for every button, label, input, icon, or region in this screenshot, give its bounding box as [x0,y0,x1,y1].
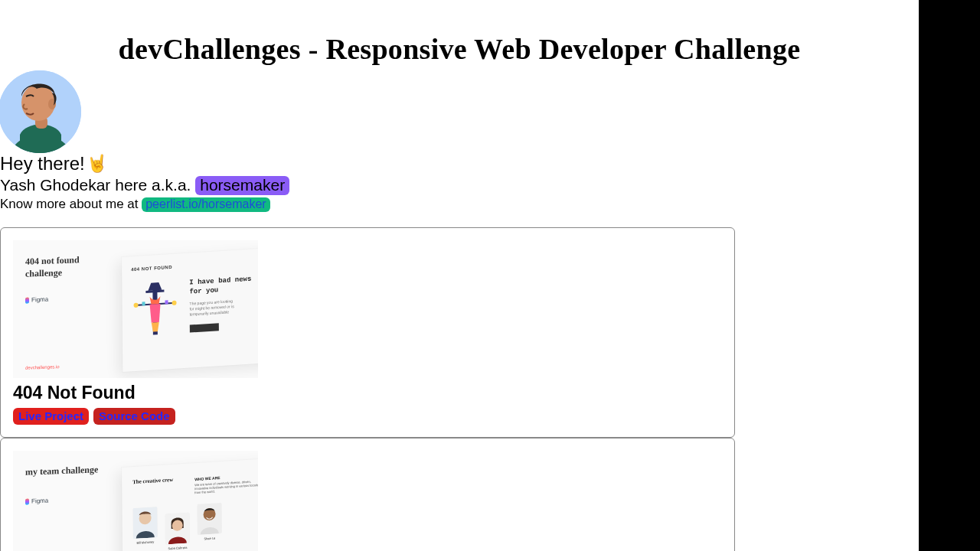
preview-heading: 404 NOT FOUND [131,259,258,272]
greeting-text: Hey there! [0,153,85,174]
portrait-name: Saba Cabrera [165,545,190,550]
svg-point-8 [172,301,177,305]
figma-label: Figma [25,495,100,504]
horns-emoji: 🤘 [87,154,107,174]
source-code-link[interactable]: Source Code [93,408,175,425]
avatar [0,70,81,153]
project-thumbnail: my team challenge Figma devchallenges.io… [13,451,258,551]
figma-icon [25,498,29,504]
portrait-name: Bill Mahoney [133,540,158,545]
team-person: Shae Le [197,503,222,549]
know-line: Know more about me at peerlist.io/horsem… [0,197,919,212]
svg-point-7 [134,303,139,308]
preview-heading: The creative crew [132,477,173,499]
page-title: devChallenges - Responsive Web Developer… [0,32,919,66]
name-prefix: Yash Ghodekar here a.k.a. [0,176,195,194]
team-person: Bill Mahoney [132,507,158,551]
figma-icon [25,297,29,303]
preview-button [190,324,219,333]
figma-label: Figma [25,295,100,304]
know-prefix: Know more about me at [0,197,142,211]
portrait [197,503,221,535]
team-avatars: Bill Mahoney Saba Cabrera [132,500,258,551]
name-line: Yash Ghodekar here a.k.a. horsemaker [0,176,919,195]
team-person: Saba Cabrera [165,512,190,550]
intro-block: Hey there!🤘 Yash Ghodekar here a.k.a. ho… [0,153,919,212]
project-card: my team challenge Figma devchallenges.io… [0,438,735,551]
thumb-left-panel: 404 not found challenge Figma devchallen… [13,240,113,378]
alias-pill: horsemaker [195,176,289,195]
portrait-name: Shae Le [198,536,222,541]
devchallenges-label: devchallenges.io [25,363,100,370]
preview-text: I have bad news for you The page you are… [189,276,252,339]
thumb-preview: 404 NOT FOUND [122,247,258,372]
thumb-preview: The creative crew WHO WE ARE We are team… [122,458,258,551]
greeting: Hey there!🤘 [0,153,919,174]
figma-text: Figma [31,497,48,505]
thumb-title: my team challenge [25,463,100,478]
portrait [165,512,190,544]
thumb-left-panel: my team challenge Figma devchallenges.io [13,451,113,551]
cards-list: 404 not found challenge Figma devchallen… [0,227,735,551]
thumb-title: 404 not found challenge [25,253,100,280]
scarecrow-illustration [131,279,179,342]
portrait [132,507,157,539]
figma-text: Figma [31,296,48,304]
project-links: Live Project Source Code [13,408,722,425]
project-thumbnail: 404 not found challenge Figma devchallen… [13,240,258,378]
peerlist-link[interactable]: peerlist.io/horsemaker [142,197,270,212]
svg-rect-10 [165,300,168,304]
right-black-strip [919,0,980,551]
svg-rect-9 [142,302,145,305]
project-title: 404 Not Found [13,383,722,403]
preview-desc: We are team of creatively diverse, drive… [194,479,258,495]
project-card: 404 not found challenge Figma devchallen… [0,227,735,438]
content-pane: devChallenges - Responsive Web Developer… [0,0,919,551]
live-project-link[interactable]: Live Project [13,408,89,425]
